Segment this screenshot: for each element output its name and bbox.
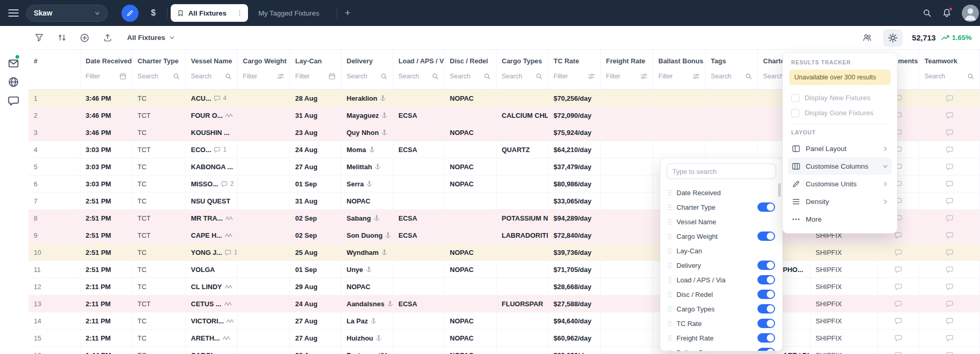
column-header-cargo_weight[interactable]: Cargo WeightFilter	[238, 50, 290, 89]
mail-icon[interactable]	[8, 58, 19, 69]
teamwork-comment-button[interactable]	[946, 94, 954, 102]
teamwork-comment-button[interactable]	[946, 283, 954, 291]
view-selector[interactable]: All Fixtures	[127, 34, 175, 42]
column-header-cargo[interactable]: Cargo TypesSearch	[496, 50, 548, 89]
column-header-teamwork[interactable]: TeamworkSearch	[919, 50, 980, 89]
table-row[interactable]: 102:51 PMTCYONG J...125 AugWyndhamNOPAC$…	[29, 244, 980, 261]
column-item-cargo-types[interactable]: Cargo Types	[667, 302, 776, 316]
table-row[interactable]: 142:11 PMTCVICTORI...27 AugLa PazNOPAC$9…	[29, 312, 980, 330]
column-item-lay-can[interactable]: Lay-Can	[667, 243, 776, 258]
drag-handle-icon[interactable]	[668, 335, 672, 342]
compose-button[interactable]	[121, 5, 139, 22]
chat-icon[interactable]	[8, 95, 19, 106]
teamwork-comment-button[interactable]	[946, 180, 954, 188]
column-header-charter[interactable]: Charter TypeSearch	[132, 50, 186, 89]
column-filter-cargo[interactable]: Search	[502, 73, 543, 80]
column-header-disc[interactable]: Disc / RedelSearch	[445, 50, 496, 89]
column-item-charter-type[interactable]: Charter Type	[667, 200, 776, 214]
column-filter-ballast[interactable]: Filter	[658, 73, 700, 80]
column-header-num[interactable]: #	[29, 50, 80, 89]
share-users-button[interactable]	[861, 32, 874, 44]
drag-handle-icon[interactable]	[668, 189, 672, 196]
comments-button[interactable]	[894, 300, 902, 308]
column-item-tc-rate[interactable]: TC Rate	[667, 316, 776, 331]
column-header-vessel[interactable]: Vessel NameSearch	[186, 50, 238, 89]
column-item-ballast-bonus[interactable]: Ballast Bonus	[667, 345, 776, 351]
menu-item-customise-units[interactable]: Customise Units	[788, 175, 892, 193]
teamwork-comment-button[interactable]	[946, 351, 954, 354]
filter-button[interactable]	[33, 32, 45, 44]
teamwork-comment-button[interactable]	[946, 197, 954, 205]
column-item-delivery[interactable]: Delivery	[667, 258, 776, 273]
drag-handle-icon[interactable]	[668, 306, 672, 312]
comments-button[interactable]	[894, 249, 902, 256]
settings-button[interactable]	[883, 29, 903, 47]
teamwork-comment-button[interactable]	[946, 129, 954, 137]
column-header-delivery[interactable]: DeliverySearch	[341, 50, 393, 89]
column-toggle[interactable]	[757, 290, 775, 299]
comments-button[interactable]	[894, 317, 902, 325]
column-filter-tags[interactable]: Search	[711, 73, 752, 80]
add-tab-button[interactable]: +	[344, 7, 350, 19]
column-filter-vessel[interactable]: Search	[191, 73, 232, 80]
sort-button[interactable]	[56, 32, 68, 44]
table-row[interactable]: 161:44 PMTCCAROL...28 AugPortsmout/H...N…	[29, 347, 980, 354]
workspace-selector[interactable]: Skaw	[26, 5, 108, 22]
menu-item-density[interactable]: Density	[788, 193, 892, 210]
column-filter-date[interactable]: Filter	[86, 73, 127, 80]
drag-handle-icon[interactable]	[668, 349, 672, 352]
drag-handle-icon[interactable]	[668, 320, 672, 327]
column-toggle[interactable]	[757, 304, 775, 314]
teamwork-comment-button[interactable]	[946, 112, 954, 119]
column-toggle[interactable]	[757, 275, 775, 284]
column-header-ballast[interactable]: Ballast BonusFilter	[653, 50, 706, 89]
column-filter-disc[interactable]: Search	[450, 73, 491, 80]
comments-button[interactable]	[894, 351, 902, 354]
column-item-cargo-weight[interactable]: Cargo Weight	[667, 229, 776, 243]
column-item-disc-redel[interactable]: Disc / Redel	[667, 287, 776, 302]
comments-button[interactable]	[894, 334, 902, 342]
currency-button[interactable]: $	[151, 8, 156, 18]
column-toggle[interactable]	[757, 232, 775, 241]
column-filter-load[interactable]: Search	[398, 73, 439, 80]
column-toggle[interactable]	[757, 319, 775, 328]
column-toggle[interactable]	[757, 261, 775, 270]
tab-all-fixtures[interactable]: All Fixtures	[171, 4, 248, 22]
column-item-vessel-name[interactable]: Vessel Name	[667, 214, 776, 229]
drag-handle-icon[interactable]	[668, 219, 672, 225]
table-row[interactable]: 122:11 PMTCCL LINDY29 AugNOPAC$28,668/da…	[29, 278, 980, 295]
avatar[interactable]	[962, 5, 979, 22]
column-header-tc_rate[interactable]: TC RateFilter	[548, 50, 601, 89]
column-toggle[interactable]	[757, 333, 775, 343]
column-item-freight-rate[interactable]: Freight Rate	[667, 331, 776, 345]
display-new-fixtures-checkbox[interactable]: Display New Fixtures	[788, 90, 892, 105]
column-header-freight[interactable]: Freight RateFilter	[601, 50, 653, 89]
notifications-button[interactable]	[942, 8, 951, 18]
column-filter-laycan[interactable]: Filter	[295, 73, 336, 80]
column-filter-teamwork[interactable]: Search	[924, 73, 974, 80]
table-row[interactable]: 132:11 PMTCTCETUS ...24 AugAandalsnesECS…	[29, 295, 980, 312]
drag-handle-icon[interactable]	[668, 277, 672, 283]
tab-options-icon[interactable]	[236, 9, 243, 17]
teamwork-comment-button[interactable]	[946, 232, 954, 239]
column-filter-delivery[interactable]: Search	[347, 73, 388, 80]
column-filter-cargo_weight[interactable]: Filter	[243, 73, 284, 80]
globe-icon[interactable]	[8, 76, 19, 88]
teamwork-comment-button[interactable]	[946, 249, 954, 256]
teamwork-comment-button[interactable]	[946, 266, 954, 274]
menu-item-customise-columns[interactable]: Customise Columns	[788, 157, 892, 175]
scrollbar[interactable]	[778, 183, 781, 197]
menu-item-more[interactable]: More	[788, 210, 892, 228]
teamwork-comment-button[interactable]	[946, 317, 954, 325]
teamwork-comment-button[interactable]	[946, 163, 954, 171]
search-button[interactable]	[922, 8, 932, 18]
display-gone-fixtures-checkbox[interactable]: Display Gone Fixtures	[788, 105, 892, 120]
menu-item-panel-layout[interactable]: Panel Layout	[788, 140, 892, 157]
add-fixture-button[interactable]	[78, 32, 91, 44]
table-row[interactable]: 152:11 PMTCARETH...27 AugHuizhouNOPAC$60…	[29, 330, 980, 347]
column-toggle[interactable]	[757, 348, 775, 351]
teamwork-comment-button[interactable]	[946, 214, 954, 222]
column-filter-freight[interactable]: Filter	[606, 73, 647, 80]
column-header-date[interactable]: Date ReceivedFilter	[80, 50, 132, 89]
hamburger-menu-icon[interactable]	[8, 7, 19, 19]
